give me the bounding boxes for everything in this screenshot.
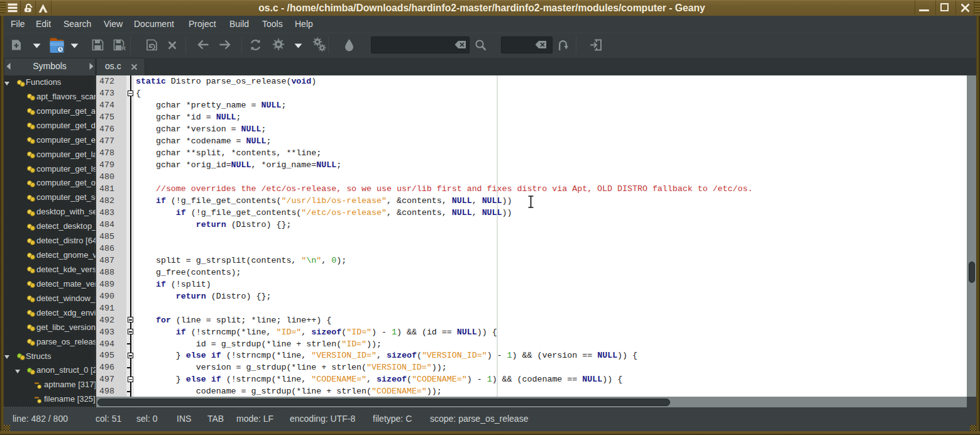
svg-text:R: R [122,45,126,51]
